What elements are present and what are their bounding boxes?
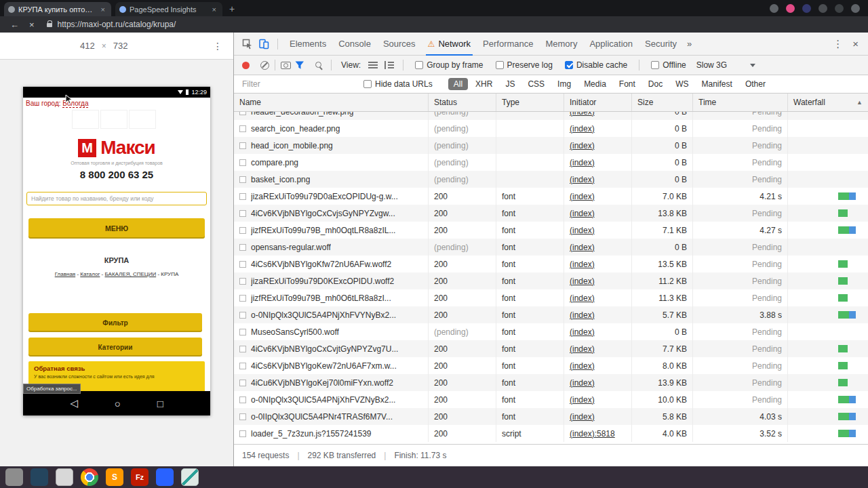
initiator-link[interactable]: (index) [570, 361, 595, 371]
breadcrumb-item[interactable]: Каталог [80, 271, 100, 277]
throttling-select[interactable]: Slow 3G [696, 60, 727, 70]
table-row[interactable]: 4iCu6KVjbNBYlgoKej70l0miFYxn.woff2200fon… [234, 374, 868, 391]
filter-pill-font[interactable]: Font [614, 78, 641, 90]
new-tab-button[interactable]: + [229, 3, 235, 14]
column-header-name[interactable]: Name [234, 94, 429, 111]
android-home-icon[interactable]: ○ [115, 398, 121, 409]
menu-button[interactable]: МЕНЮ [28, 218, 205, 239]
more-tabs-icon[interactable]: » [683, 39, 696, 49]
initiator-link[interactable]: (index) [570, 260, 595, 269]
android-back-icon[interactable]: ◁ [70, 397, 78, 409]
table-row[interactable]: jizaRExUiTo99u79D0KExcOPIDU.woff2200font… [234, 272, 868, 289]
tab-console[interactable]: Console [332, 33, 377, 56]
tab-application[interactable]: Application [583, 33, 639, 56]
initiator-link[interactable]: (index):5818 [570, 429, 615, 439]
devtools-menu-icon[interactable]: ⋮ [825, 38, 851, 50]
column-header-type[interactable]: Type [496, 94, 564, 111]
browser-tab-krupa[interactable]: КРУПА купить оптом | О... × [4, 2, 111, 16]
android-recents-icon[interactable]: □ [157, 398, 163, 409]
device-toolbar-more-icon[interactable]: ⋮ [213, 41, 222, 52]
product-search-input[interactable] [26, 192, 207, 205]
text-editor-icon[interactable] [181, 468, 199, 486]
table-row[interactable]: jizfRExUiTo99u79B_mh0OqtLR8a8zIL...200fo… [234, 222, 868, 239]
group-by-frame-checkbox[interactable]: Group by frame [415, 60, 483, 70]
table-row[interactable]: search_icon_header.png(pending)(index)0 … [234, 120, 868, 137]
preserve-log-checkbox[interactable]: Preserve log [496, 60, 553, 70]
titlebar-icon-4[interactable] [818, 4, 827, 13]
categories-button[interactable]: Категории [28, 338, 202, 357]
checkbox-icon[interactable] [651, 61, 659, 69]
initiator-link[interactable]: (index) [570, 112, 595, 117]
filter-pill-other[interactable]: Other [740, 78, 771, 90]
initiator-link[interactable]: (index) [570, 378, 595, 388]
titlebar-icon-3[interactable] [802, 4, 811, 13]
tab-close-icon[interactable]: × [210, 5, 218, 14]
address-bar[interactable]: https://maxi-opt.ru/catalog/krupa/ [58, 20, 176, 29]
chevron-down-icon[interactable] [750, 64, 755, 67]
table-row[interactable]: opensans-regular.woff(pending)font(index… [234, 239, 868, 256]
tab-elements[interactable]: Elements [283, 33, 332, 56]
viewport-dimensions[interactable]: 412 × 732 [80, 41, 127, 51]
checkbox-icon[interactable] [496, 61, 504, 69]
table-row[interactable]: header_decoration_new.png(pending)(index… [234, 112, 868, 120]
initiator-link[interactable]: (index) [570, 243, 595, 252]
tab-network[interactable]: ⚠Network [422, 33, 477, 56]
filter-pill-ws[interactable]: WS [670, 78, 694, 90]
column-header-size[interactable]: Size [632, 94, 693, 111]
initiator-link[interactable]: (index) [570, 277, 595, 286]
tab-security[interactable]: Security [639, 33, 683, 56]
checkbox-icon[interactable] [415, 61, 423, 69]
filter-pill-all[interactable]: All [448, 78, 468, 90]
filter-pill-xhr[interactable]: XHR [470, 78, 498, 90]
site-logo[interactable]: М Макси [23, 137, 210, 159]
browser-tab-pagespeed[interactable]: PageSpeed Insights × [115, 2, 222, 16]
table-row[interactable]: compare.png(pending)(index)0 BPending [234, 154, 868, 171]
table-row[interactable]: MuseoSansCyrl500.woff(pending)font(index… [234, 323, 868, 340]
devtools-close-icon[interactable]: × [851, 38, 868, 49]
table-row[interactable]: jizaRExUiTo99u79D0aExcOPIDUg-g.w...200fo… [234, 188, 868, 205]
filter-pill-img[interactable]: Img [552, 78, 576, 90]
checkbox-icon[interactable] [363, 80, 372, 88]
large-rows-icon[interactable] [368, 61, 378, 69]
stop-loading-icon[interactable]: × [29, 20, 35, 30]
initiator-link[interactable]: (index) [570, 124, 595, 134]
filter-button[interactable]: Фильтр [28, 313, 202, 332]
initiator-link[interactable]: (index) [570, 209, 595, 218]
initiator-link[interactable]: (index) [570, 310, 595, 320]
offline-checkbox[interactable]: Offline [651, 60, 686, 70]
initiator-link[interactable]: (index) [570, 327, 595, 337]
initiator-link[interactable]: (index) [570, 412, 595, 422]
record-icon[interactable] [242, 62, 250, 69]
overview-icon[interactable] [384, 61, 394, 69]
table-row[interactable]: jizfRExUiTo99u79B_mh0O6tLR8a8zI...200fon… [234, 289, 868, 306]
titlebar-icon-5[interactable] [835, 4, 844, 13]
screenshot-tool-icon[interactable] [31, 468, 48, 486]
column-header-status[interactable]: Status [429, 94, 496, 111]
search-icon[interactable] [315, 62, 321, 68]
table-row[interactable]: loader_5_7z3zun.js?1557241539200script(i… [234, 425, 868, 442]
column-header-initiator[interactable]: Initiator [564, 94, 632, 111]
filter-pill-manifest[interactable]: Manifest [696, 78, 738, 90]
settings-app-icon[interactable] [5, 468, 23, 486]
filezilla-icon[interactable]: Fz [131, 468, 149, 486]
filter-pill-js[interactable]: JS [500, 78, 520, 90]
filter-pill-media[interactable]: Media [578, 78, 612, 90]
back-icon[interactable]: ← [10, 20, 19, 30]
breadcrumb-item[interactable]: Главная [55, 271, 75, 277]
device-toolbar-toggle-icon[interactable] [258, 39, 269, 49]
sort-ascending-icon[interactable]: ▲ [856, 94, 863, 111]
initiator-link[interactable]: (index) [570, 293, 595, 303]
initiator-link[interactable]: (index) [570, 192, 595, 201]
file-manager-icon[interactable] [56, 468, 73, 486]
initiator-link[interactable]: (index) [570, 175, 595, 184]
city-selector[interactable]: Ваш город: Вологда [26, 100, 88, 107]
titlebar-icon-2[interactable] [786, 4, 795, 13]
initiator-link[interactable]: (index) [570, 344, 595, 354]
column-header-waterfall[interactable]: Waterfall▲ [788, 94, 868, 111]
initiator-link[interactable]: (index) [570, 158, 595, 167]
titlebar-icon-1[interactable] [770, 4, 778, 13]
titlebar-icon-6[interactable] [851, 4, 860, 13]
tab-performance[interactable]: Performance [477, 33, 539, 56]
disable-cache-checkbox[interactable]: Disable cache [565, 60, 627, 70]
tab-sources[interactable]: Sources [377, 33, 422, 56]
